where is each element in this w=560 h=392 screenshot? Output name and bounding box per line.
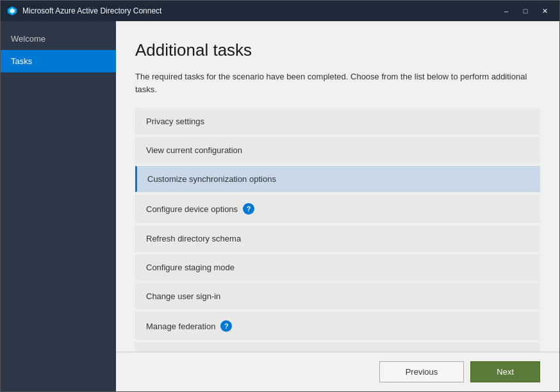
title-bar: Microsoft Azure Active Directory Connect… (1, 1, 559, 21)
task-item-user-signin[interactable]: Change user sign-in (135, 283, 540, 309)
task-item-view-config[interactable]: View current configuration (135, 137, 540, 163)
help-icon-configure-device[interactable]: ? (243, 203, 254, 215)
minimize-button[interactable]: – (498, 4, 515, 17)
task-list: Privacy settings View current configurat… (135, 108, 540, 352)
sidebar-item-tasks[interactable]: Tasks (1, 50, 116, 72)
app-window: Microsoft Azure Active Directory Connect… (0, 0, 560, 392)
content-area: Welcome Tasks Additional tasks The requi… (1, 21, 559, 391)
footer: Previous Next (116, 352, 559, 391)
window-controls: – □ ✕ (498, 4, 553, 17)
task-item-federation[interactable]: Manage federation ? (135, 312, 540, 340)
help-icon-federation[interactable]: ? (220, 320, 232, 332)
app-icon (7, 6, 17, 16)
previous-button[interactable]: Previous (379, 361, 465, 382)
page-title: Additional tasks (135, 40, 540, 60)
close-button[interactable]: ✕ (536, 4, 553, 17)
window-title: Microsoft Azure Active Directory Connect (22, 6, 498, 15)
main-inner: Additional tasks The required tasks for … (116, 21, 559, 352)
task-item-customize-sync[interactable]: Customize synchronization options (135, 166, 540, 192)
task-item-staging-mode[interactable]: Configure staging mode (135, 254, 540, 281)
page-description: The required tasks for the scenario have… (135, 70, 532, 95)
maximize-button[interactable]: □ (517, 4, 534, 17)
task-item-troubleshoot[interactable]: Troubleshoot (135, 343, 540, 352)
main-content: Additional tasks The required tasks for … (116, 21, 559, 391)
next-button[interactable]: Next (470, 361, 540, 382)
task-item-privacy[interactable]: Privacy settings (135, 108, 540, 135)
task-item-refresh-schema[interactable]: Refresh directory schema (135, 225, 540, 252)
task-item-configure-device[interactable]: Configure device options ? (135, 195, 540, 223)
sidebar-item-welcome[interactable]: Welcome (1, 28, 116, 50)
sidebar: Welcome Tasks (1, 21, 116, 391)
